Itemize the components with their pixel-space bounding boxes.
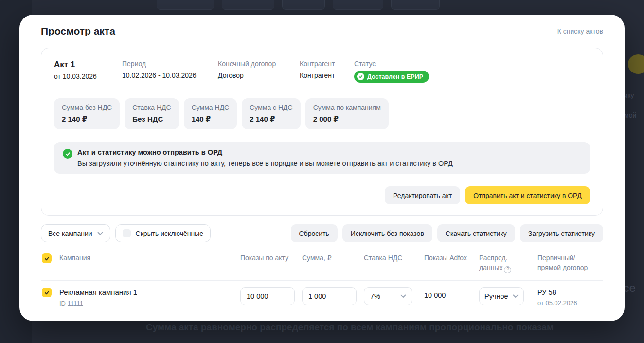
act-actions: Редактировать акт Отправить акт и статис… (54, 186, 590, 204)
divider (54, 90, 590, 90)
act-field: Период 10.02.2026 - 10.03.2026 (122, 60, 218, 79)
distribution-select[interactable]: Ручное (479, 321, 524, 321)
exclude-no-impressions-button[interactable]: Исключить без показов (342, 224, 432, 242)
col-header-sum: Сумма, ₽ (302, 253, 364, 263)
campaigns-toolbar: Все кампании Скрыть исключённые Сбросить… (41, 224, 603, 242)
row-checkbox[interactable] (42, 288, 52, 297)
edit-act-button[interactable]: Редактировать акт (385, 186, 460, 204)
status-label: Статус (354, 60, 429, 68)
act-summary-card: Акт 1 от 10.03.2026 Период 10.02.2026 - … (41, 48, 603, 216)
distribution-cell: Ручное (479, 287, 537, 305)
banner-text: Акт и статистику можно отправить в ОРД В… (77, 148, 453, 167)
act-date: от 10.03.2026 (54, 72, 122, 80)
reset-button[interactable]: Сбросить (291, 224, 338, 242)
sum-chip-value: 2 140 ₽ (250, 115, 292, 124)
sum-chip-value: Без НДС (132, 115, 171, 123)
col-header-impressions-adfox: Показы Adfox (424, 253, 479, 263)
sum-chip: Сумма с НДС 2 140 ₽ (242, 98, 300, 129)
sum-cell (302, 287, 364, 305)
contract-cell: РУ 58 от 05.02.2026 (537, 287, 603, 307)
campaigns-table-body: Рекламная кампания 1 ID 11111 7% 10 000 … (41, 281, 603, 321)
contract-number: РУ 58 (537, 289, 603, 296)
act-field-value: Контрагент (300, 72, 354, 79)
act-name-block: Акт 1 от 10.03.2026 (54, 60, 122, 80)
impressions-act-cell (240, 321, 302, 321)
col-header-vat-rate: Ставка НДС (364, 253, 424, 263)
status-badge: Доставлен в ЕРИР (354, 71, 429, 83)
col-header-distribution: Распред. данных? (479, 253, 537, 273)
background-chips-fragment (157, 0, 440, 10)
vat-rate-select[interactable]: 7% (364, 321, 412, 321)
send-to-ord-button[interactable]: Отправить акт и статистику в ОРД (465, 186, 590, 204)
sum-chip-value: 2 000 ₽ (313, 115, 381, 124)
back-to-acts-link[interactable]: К списку актов (557, 27, 603, 35)
vat-rate-select[interactable]: 7% (364, 287, 412, 305)
vat-cell: 7% (364, 287, 424, 305)
sum-chip-value: 2 140 ₽ (62, 115, 112, 124)
sum-chip: Сумма по кампаниям 2 000 ₽ (305, 98, 389, 129)
campaign-filter-select[interactable]: Все кампании (41, 224, 110, 242)
impressions-adfox-value: 10 000 (424, 291, 479, 299)
background-chip (391, 0, 440, 10)
check-icon (44, 290, 50, 295)
act-field-label: Конечный договор (218, 60, 300, 68)
sum-chip-value: 140 ₽ (192, 115, 230, 124)
background-chip (157, 0, 214, 10)
act-field-label: Период (122, 60, 218, 68)
sum-input[interactable] (302, 287, 357, 305)
help-icon[interactable]: ? (504, 266, 511, 273)
sum-chip: Ставка НДС Без НДС (125, 98, 179, 129)
modal-header: Просмотр акта К списку актов (41, 25, 603, 37)
sum-input[interactable] (302, 321, 357, 321)
col-header-contract: Первичный/прямой договор (537, 253, 603, 273)
act-field-label: Контрагент (300, 60, 354, 68)
success-banner: Акт и статистику можно отправить в ОРД В… (54, 142, 590, 174)
sum-chip-label: Сумма без НДС (62, 104, 112, 111)
campaign-id: ID 11111 (59, 300, 240, 307)
table-row: Рекламная кампания 1 ID 11111 7% 10 000 … (41, 281, 603, 314)
check-circle-icon (63, 149, 72, 159)
status-badge-label: Доставлен в ЕРИР (367, 73, 423, 80)
impressions-act-input[interactable] (240, 287, 295, 305)
banner-description: Вы загрузили уточнённую статистику по ак… (77, 160, 453, 167)
sum-chip-label: Ставка НДС (132, 104, 171, 111)
act-name: Акт 1 (54, 60, 122, 70)
chevron-down-icon (513, 294, 519, 298)
sum-cell (302, 321, 364, 321)
hide-excluded-toggle[interactable]: Скрыть исключённые (115, 224, 211, 242)
campaign-filter-value: Все кампании (48, 230, 92, 237)
act-fields: Период 10.02.2026 - 10.03.2026 Конечный … (122, 60, 354, 79)
background-caption-text: Сумма акта равномерно распределяется по … (146, 322, 554, 333)
sum-chips-row: Сумма без НДС 2 140 ₽ Ставка НДС Без НДС… (54, 98, 590, 129)
background-text-fragment: мой (624, 111, 636, 119)
distribution-select[interactable]: Ручное (479, 287, 524, 305)
contract-date: от 05.02.2026 (537, 299, 603, 307)
distribution-cell: Ручное (479, 321, 537, 321)
act-view-modal: Просмотр акта К списку актов Акт 1 от 10… (19, 15, 625, 321)
distribution-value: Ручное (484, 292, 508, 300)
check-icon (44, 256, 50, 261)
impressions-act-input[interactable] (240, 321, 295, 321)
col-header-distribution-label: Распред. данных (479, 254, 508, 271)
act-field: Конечный договор Договор (218, 60, 300, 79)
sum-chip: Сумма без НДС 2 140 ₽ (54, 98, 120, 129)
upload-stats-button[interactable]: Загрузить статистику (520, 224, 603, 242)
chevron-down-icon (400, 294, 406, 298)
banner-title: Акт и статистику можно отправить в ОРД (77, 148, 453, 156)
act-status-block: Статус Доставлен в ЕРИР (354, 60, 429, 83)
vat-cell: 7% (364, 321, 424, 321)
act-field-value: Договор (218, 72, 300, 79)
background-chip (333, 0, 383, 10)
select-all-checkbox[interactable] (42, 253, 52, 263)
act-field-value: 10.02.2026 - 10.03.2026 (122, 72, 218, 79)
campaign-cell: Рекламная кампания 2 ID 22222 (59, 321, 240, 321)
act-field: Контрагент Контрагент (300, 60, 354, 79)
table-row: Рекламная кампания 2 ID 22222 7% 15 000 … (41, 314, 603, 321)
col-header-campaign: Кампания (59, 253, 240, 263)
chevron-down-icon (97, 232, 103, 235)
background-chip (222, 0, 274, 10)
check-icon (357, 73, 364, 80)
background-button-fragment (628, 54, 644, 74)
download-stats-button[interactable]: Скачать статистику (437, 224, 515, 242)
sum-chip-label: Сумма с НДС (250, 104, 292, 111)
